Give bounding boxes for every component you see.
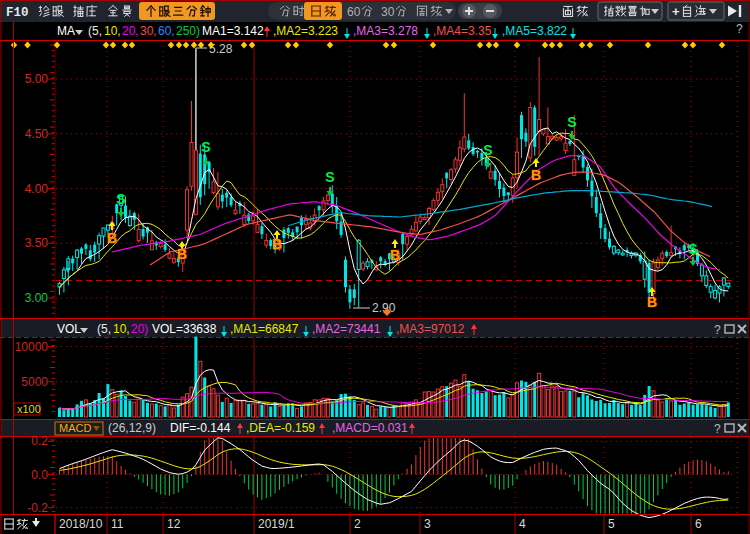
svg-text:4: 4 xyxy=(519,517,526,531)
svg-text:B: B xyxy=(107,230,117,246)
svg-text:4.00: 4.00 xyxy=(25,182,49,196)
svg-text:5: 5 xyxy=(608,517,615,531)
svg-text:0.0: 0.0 xyxy=(31,468,48,482)
svg-text:,MA5=3.822: ,MA5=3.822 xyxy=(502,24,567,38)
svg-text:(26,12,9): (26,12,9) xyxy=(108,421,156,435)
svg-text:,MA2=73441: ,MA2=73441 xyxy=(312,322,381,336)
svg-text:B: B xyxy=(647,294,657,310)
svg-text:10,: 10, xyxy=(104,24,121,38)
svg-text:,MA1=66847: ,MA1=66847 xyxy=(230,322,299,336)
svg-text:,MA3=3.278: ,MA3=3.278 xyxy=(353,24,418,38)
svg-text:20): 20) xyxy=(131,322,148,336)
svg-text:B: B xyxy=(531,167,541,183)
svg-text:MACD: MACD xyxy=(59,422,91,434)
svg-text:?: ? xyxy=(714,422,721,436)
svg-text:B: B xyxy=(272,236,282,252)
svg-text:,MACD=0.031: ,MACD=0.031 xyxy=(332,421,408,435)
svg-text:F10: F10 xyxy=(6,6,29,20)
svg-text:MA: MA xyxy=(57,24,75,38)
svg-text:DIF=-0.144: DIF=-0.144 xyxy=(170,421,231,435)
svg-text:3.50: 3.50 xyxy=(25,236,49,250)
svg-text:2018/10: 2018/10 xyxy=(59,517,103,531)
svg-text:60: 60 xyxy=(347,5,361,19)
svg-text:30,: 30, xyxy=(140,24,157,38)
svg-text:S: S xyxy=(201,139,210,155)
svg-text:S: S xyxy=(116,191,125,207)
svg-text:20,: 20, xyxy=(122,24,139,38)
svg-text:250): 250) xyxy=(176,24,200,38)
svg-text:(5,: (5, xyxy=(88,24,102,38)
svg-text:12: 12 xyxy=(167,517,181,531)
svg-text:6: 6 xyxy=(695,517,702,531)
svg-text:3: 3 xyxy=(424,517,431,531)
svg-text:VOL: VOL xyxy=(57,322,81,336)
svg-text:10000: 10000 xyxy=(15,340,49,354)
svg-text:x100: x100 xyxy=(17,403,41,415)
svg-text:,DEA=-0.159: ,DEA=-0.159 xyxy=(246,421,315,435)
svg-text:(5,: (5, xyxy=(97,322,111,336)
svg-text:B: B xyxy=(177,246,187,262)
svg-text:,MA3=97012: ,MA3=97012 xyxy=(396,322,465,336)
svg-text:,MA2=3.223: ,MA2=3.223 xyxy=(273,24,338,38)
svg-text:11: 11 xyxy=(111,517,124,531)
svg-text:30: 30 xyxy=(381,5,395,19)
svg-text:-0.2: -0.2 xyxy=(27,501,48,515)
svg-text:5.00: 5.00 xyxy=(25,72,49,86)
svg-text:S: S xyxy=(325,169,334,185)
svg-text:2019/1: 2019/1 xyxy=(258,517,295,531)
svg-text:MA1=3.142: MA1=3.142 xyxy=(202,24,264,38)
svg-text:S: S xyxy=(688,241,697,257)
svg-text:+: + xyxy=(672,4,680,19)
svg-text:60,: 60, xyxy=(158,24,175,38)
svg-text:3.00: 3.00 xyxy=(25,291,49,305)
svg-text:?: ? xyxy=(736,22,743,36)
svg-text:VOL=33638: VOL=33638 xyxy=(152,322,217,336)
svg-text:2.90: 2.90 xyxy=(372,301,396,315)
svg-text:10,: 10, xyxy=(113,322,130,336)
svg-text:0.2: 0.2 xyxy=(31,434,48,448)
svg-text:S: S xyxy=(483,142,492,158)
svg-text:S: S xyxy=(567,114,576,130)
svg-text:,MA4=3.35: ,MA4=3.35 xyxy=(433,24,492,38)
svg-text:5000: 5000 xyxy=(21,375,48,389)
svg-text:2: 2 xyxy=(354,517,361,531)
svg-text:4.50: 4.50 xyxy=(25,127,49,141)
svg-text:?: ? xyxy=(714,323,721,337)
svg-text:B: B xyxy=(390,247,400,263)
